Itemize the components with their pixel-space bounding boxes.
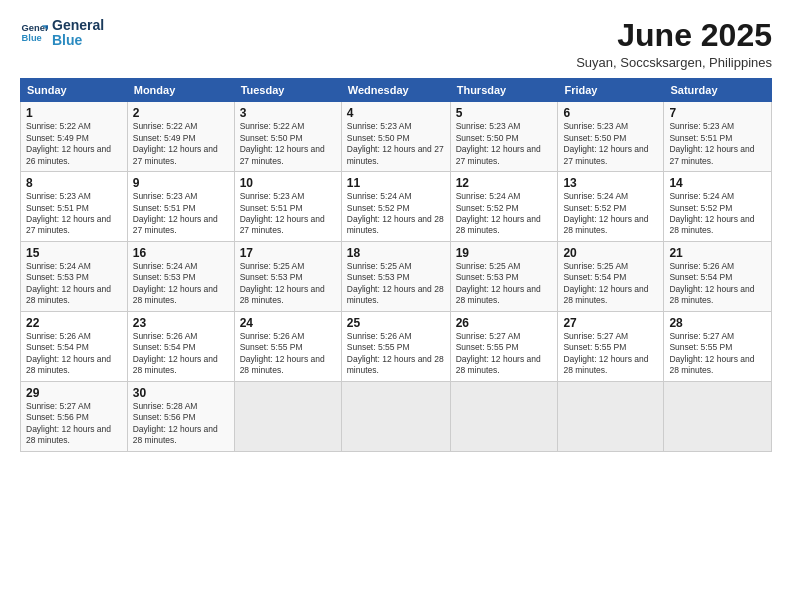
daylight-label: Daylight: 12 hours and 27 minutes. [240, 214, 325, 235]
day-number: 4 [347, 106, 445, 120]
page: General Blue General Blue June 2025 Suya… [0, 0, 792, 612]
sunset-label: Sunset: 5:49 PM [133, 133, 196, 143]
day-number: 28 [669, 316, 766, 330]
sunrise-label: Sunrise: 5:28 AM [133, 401, 198, 411]
daylight-label: Daylight: 12 hours and 28 minutes. [133, 354, 218, 375]
calendar-cell: 21 Sunrise: 5:26 AM Sunset: 5:54 PM Dayl… [664, 241, 772, 311]
day-number: 19 [456, 246, 553, 260]
calendar-cell: 26 Sunrise: 5:27 AM Sunset: 5:55 PM Dayl… [450, 311, 558, 381]
day-detail: Sunrise: 5:23 AM Sunset: 5:51 PM Dayligh… [26, 191, 122, 237]
sunrise-label: Sunrise: 5:22 AM [26, 121, 91, 131]
sunset-label: Sunset: 5:49 PM [26, 133, 89, 143]
day-detail: Sunrise: 5:22 AM Sunset: 5:49 PM Dayligh… [133, 121, 229, 167]
day-detail: Sunrise: 5:22 AM Sunset: 5:49 PM Dayligh… [26, 121, 122, 167]
sunrise-label: Sunrise: 5:24 AM [26, 261, 91, 271]
daylight-label: Daylight: 12 hours and 28 minutes. [456, 354, 541, 375]
month-title: June 2025 [576, 18, 772, 53]
sunset-label: Sunset: 5:51 PM [240, 203, 303, 213]
calendar-cell: 16 Sunrise: 5:24 AM Sunset: 5:53 PM Dayl… [127, 241, 234, 311]
logo-blue: Blue [52, 33, 104, 48]
day-number: 3 [240, 106, 336, 120]
day-number: 18 [347, 246, 445, 260]
calendar-cell [558, 381, 664, 451]
sunset-label: Sunset: 5:56 PM [26, 412, 89, 422]
day-detail: Sunrise: 5:23 AM Sunset: 5:50 PM Dayligh… [456, 121, 553, 167]
daylight-label: Daylight: 12 hours and 26 minutes. [26, 144, 111, 165]
daylight-label: Daylight: 12 hours and 28 minutes. [26, 284, 111, 305]
day-detail: Sunrise: 5:24 AM Sunset: 5:52 PM Dayligh… [563, 191, 658, 237]
sunrise-label: Sunrise: 5:23 AM [669, 121, 734, 131]
calendar-cell: 5 Sunrise: 5:23 AM Sunset: 5:50 PM Dayli… [450, 102, 558, 172]
daylight-label: Daylight: 12 hours and 28 minutes. [240, 284, 325, 305]
sunset-label: Sunset: 5:54 PM [563, 272, 626, 282]
sunset-label: Sunset: 5:50 PM [563, 133, 626, 143]
day-detail: Sunrise: 5:23 AM Sunset: 5:50 PM Dayligh… [563, 121, 658, 167]
calendar-cell: 19 Sunrise: 5:25 AM Sunset: 5:53 PM Dayl… [450, 241, 558, 311]
day-number: 1 [26, 106, 122, 120]
sunset-label: Sunset: 5:51 PM [26, 203, 89, 213]
sunrise-label: Sunrise: 5:23 AM [133, 191, 198, 201]
daylight-label: Daylight: 12 hours and 28 minutes. [456, 284, 541, 305]
daylight-label: Daylight: 12 hours and 27 minutes. [563, 144, 648, 165]
col-wednesday: Wednesday [341, 79, 450, 102]
day-number: 25 [347, 316, 445, 330]
sunset-label: Sunset: 5:51 PM [133, 203, 196, 213]
day-detail: Sunrise: 5:24 AM Sunset: 5:53 PM Dayligh… [133, 261, 229, 307]
sunrise-label: Sunrise: 5:26 AM [133, 331, 198, 341]
sunrise-label: Sunrise: 5:26 AM [240, 331, 305, 341]
day-number: 23 [133, 316, 229, 330]
day-number: 21 [669, 246, 766, 260]
calendar-cell: 18 Sunrise: 5:25 AM Sunset: 5:53 PM Dayl… [341, 241, 450, 311]
daylight-label: Daylight: 12 hours and 28 minutes. [347, 354, 444, 375]
day-detail: Sunrise: 5:24 AM Sunset: 5:52 PM Dayligh… [669, 191, 766, 237]
sunset-label: Sunset: 5:55 PM [347, 342, 410, 352]
sunrise-label: Sunrise: 5:26 AM [669, 261, 734, 271]
calendar-week-row: 1 Sunrise: 5:22 AM Sunset: 5:49 PM Dayli… [21, 102, 772, 172]
col-thursday: Thursday [450, 79, 558, 102]
calendar-header-row: Sunday Monday Tuesday Wednesday Thursday… [21, 79, 772, 102]
sunset-label: Sunset: 5:55 PM [240, 342, 303, 352]
daylight-label: Daylight: 12 hours and 28 minutes. [347, 214, 444, 235]
daylight-label: Daylight: 12 hours and 27 minutes. [669, 144, 754, 165]
daylight-label: Daylight: 12 hours and 28 minutes. [563, 284, 648, 305]
day-detail: Sunrise: 5:26 AM Sunset: 5:54 PM Dayligh… [26, 331, 122, 377]
day-detail: Sunrise: 5:23 AM Sunset: 5:51 PM Dayligh… [240, 191, 336, 237]
day-detail: Sunrise: 5:25 AM Sunset: 5:53 PM Dayligh… [456, 261, 553, 307]
calendar-cell: 20 Sunrise: 5:25 AM Sunset: 5:54 PM Dayl… [558, 241, 664, 311]
day-number: 27 [563, 316, 658, 330]
sunrise-label: Sunrise: 5:22 AM [133, 121, 198, 131]
day-number: 30 [133, 386, 229, 400]
sunset-label: Sunset: 5:53 PM [240, 272, 303, 282]
calendar-cell [450, 381, 558, 451]
sunrise-label: Sunrise: 5:23 AM [456, 121, 521, 131]
sunrise-label: Sunrise: 5:27 AM [563, 331, 628, 341]
sunrise-label: Sunrise: 5:27 AM [26, 401, 91, 411]
sunrise-label: Sunrise: 5:27 AM [456, 331, 521, 341]
day-number: 20 [563, 246, 658, 260]
calendar-cell: 7 Sunrise: 5:23 AM Sunset: 5:51 PM Dayli… [664, 102, 772, 172]
sunrise-label: Sunrise: 5:24 AM [347, 191, 412, 201]
day-number: 2 [133, 106, 229, 120]
sunset-label: Sunset: 5:53 PM [26, 272, 89, 282]
day-detail: Sunrise: 5:27 AM Sunset: 5:55 PM Dayligh… [563, 331, 658, 377]
sunset-label: Sunset: 5:52 PM [456, 203, 519, 213]
calendar-week-row: 8 Sunrise: 5:23 AM Sunset: 5:51 PM Dayli… [21, 172, 772, 242]
day-detail: Sunrise: 5:23 AM Sunset: 5:51 PM Dayligh… [133, 191, 229, 237]
daylight-label: Daylight: 12 hours and 27 minutes. [456, 144, 541, 165]
daylight-label: Daylight: 12 hours and 28 minutes. [669, 354, 754, 375]
header: General Blue General Blue June 2025 Suya… [20, 18, 772, 70]
sunrise-label: Sunrise: 5:25 AM [347, 261, 412, 271]
day-number: 8 [26, 176, 122, 190]
daylight-label: Daylight: 12 hours and 28 minutes. [240, 354, 325, 375]
day-number: 14 [669, 176, 766, 190]
calendar-cell: 25 Sunrise: 5:26 AM Sunset: 5:55 PM Dayl… [341, 311, 450, 381]
sunrise-label: Sunrise: 5:24 AM [133, 261, 198, 271]
calendar-cell: 27 Sunrise: 5:27 AM Sunset: 5:55 PM Dayl… [558, 311, 664, 381]
daylight-label: Daylight: 12 hours and 28 minutes. [26, 424, 111, 445]
day-detail: Sunrise: 5:27 AM Sunset: 5:56 PM Dayligh… [26, 401, 122, 447]
sunrise-label: Sunrise: 5:23 AM [26, 191, 91, 201]
logo: General Blue General Blue [20, 18, 104, 49]
day-number: 6 [563, 106, 658, 120]
calendar-week-row: 15 Sunrise: 5:24 AM Sunset: 5:53 PM Dayl… [21, 241, 772, 311]
calendar-cell: 4 Sunrise: 5:23 AM Sunset: 5:50 PM Dayli… [341, 102, 450, 172]
